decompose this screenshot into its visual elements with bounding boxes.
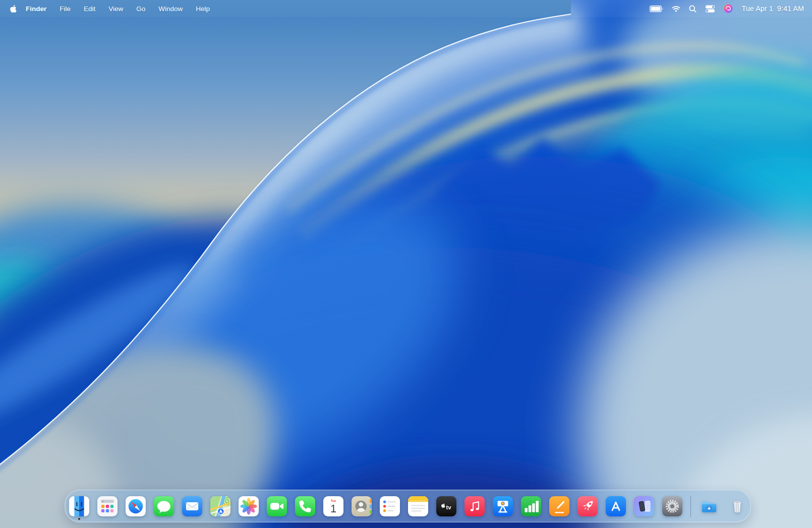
dock-item-phone[interactable] xyxy=(295,496,315,516)
apple-logo-icon xyxy=(10,5,17,13)
desktop-wallpaper xyxy=(0,0,812,528)
menu-file[interactable]: File xyxy=(60,5,71,13)
clock-date: Tue Apr 1 xyxy=(741,5,773,13)
dock-item-trash[interactable] xyxy=(727,496,747,516)
menu-edit[interactable]: Edit xyxy=(84,5,95,13)
dock-item-reminders[interactable] xyxy=(380,496,400,516)
dock-item-settings[interactable] xyxy=(662,496,682,516)
clock-time: 9:41 AM xyxy=(777,5,804,13)
svg-text:tv: tv xyxy=(446,503,451,510)
dock-item-calendar[interactable]: Tue 1 xyxy=(323,496,343,516)
dock-item-downloads[interactable] xyxy=(699,496,719,516)
running-indicator xyxy=(78,518,80,520)
dock-item-music[interactable] xyxy=(465,496,485,516)
battery-icon[interactable] xyxy=(650,6,663,12)
menu-go[interactable]: Go xyxy=(136,5,145,13)
control-center-icon[interactable] xyxy=(705,5,715,13)
dock-item-facetime[interactable] xyxy=(267,496,287,516)
menu-help[interactable]: Help xyxy=(196,5,210,13)
svg-text:1: 1 xyxy=(330,502,336,514)
dock-item-numbers[interactable] xyxy=(521,496,541,516)
wifi-icon[interactable] xyxy=(672,6,680,12)
dock-item-messages[interactable] xyxy=(154,496,174,516)
menu-view[interactable]: View xyxy=(108,5,123,13)
menu-bar-clock[interactable]: Tue Apr 1 9:41 AM xyxy=(741,5,804,13)
menu-bar-left: Finder FileEditViewGoWindowHelp xyxy=(0,5,223,13)
dock-item-photos[interactable] xyxy=(239,496,259,516)
dock-item-keynote[interactable] xyxy=(493,496,513,516)
menu-bar: Finder FileEditViewGoWindowHelp xyxy=(0,0,812,17)
menu-bar-status: Tue Apr 1 9:41 AM xyxy=(650,4,812,13)
dock-item-mail[interactable] xyxy=(182,496,202,516)
dock-item-appstore[interactable] xyxy=(606,496,626,516)
menus: FileEditViewGoWindowHelp xyxy=(60,5,223,13)
menu-app-name[interactable]: Finder xyxy=(26,5,46,13)
dock-item-finder[interactable] xyxy=(69,496,89,516)
spotlight-icon[interactable] xyxy=(689,5,697,13)
dock-item-pages[interactable] xyxy=(549,496,569,516)
dock: Tue 1 tv xyxy=(65,490,751,522)
apple-menu[interactable] xyxy=(10,5,17,13)
dock-item-rocket[interactable] xyxy=(577,496,598,516)
dock-item-iphone-mirroring[interactable] xyxy=(634,496,654,516)
dock-item-tv[interactable]: tv xyxy=(436,496,456,516)
siri-icon[interactable] xyxy=(724,4,733,13)
dock-item-contacts[interactable] xyxy=(352,496,372,516)
dock-divider xyxy=(690,496,691,517)
dock-item-maps[interactable] xyxy=(210,496,230,516)
menu-window[interactable]: Window xyxy=(158,5,183,13)
dock-item-safari[interactable] xyxy=(126,496,146,516)
dock-item-apps-grid[interactable] xyxy=(97,496,118,516)
dock-item-notes[interactable] xyxy=(408,496,428,516)
desktop: Finder FileEditViewGoWindowHelp xyxy=(0,0,812,528)
